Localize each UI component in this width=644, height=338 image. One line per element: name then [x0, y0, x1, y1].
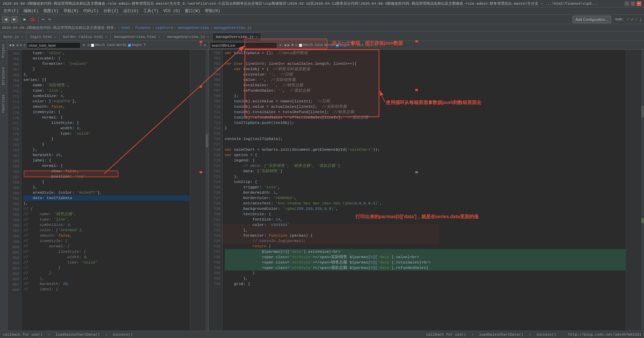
left-search-clear[interactable]: ✕	[82, 43, 86, 47]
menu-nav[interactable]: 导航(N)	[61, 7, 81, 14]
tab-label: border-radius.html	[63, 35, 103, 39]
left-match-case-check[interactable]	[91, 44, 94, 47]
left-panel: Project Structure Favorites	[0, 41, 7, 331]
breadcrumb-finance[interactable]: finance	[135, 26, 151, 30]
redo-icon[interactable]: ↪	[47, 16, 52, 22]
run-icon[interactable]: ▶	[22, 16, 27, 22]
title-bar: 2020-04-08-3期修改前代码-商品管理商品名称以及主图修改-role-a…	[0, 0, 644, 7]
tab-manageoverview-html[interactable]: manageOverview.html ✕	[111, 33, 164, 41]
menu-code[interactable]: 代码(C)	[81, 7, 101, 14]
sidebar-structure[interactable]: Structure	[2, 66, 5, 87]
menu-window[interactable]: 窗口(W)	[183, 7, 202, 14]
svn-label: SVN:	[615, 17, 624, 21]
tab-close-icon[interactable]: ✕	[54, 35, 56, 39]
menu-vcs[interactable]: VCS (G)	[161, 8, 182, 14]
right-search-nav3[interactable]: ▼	[291, 43, 293, 48]
tab-label: manageOverview.html	[114, 35, 156, 39]
add-configuration-button[interactable]: Add Configuration...	[573, 16, 611, 23]
svn-check-icon[interactable]: ✓	[627, 16, 629, 22]
right-regex-check[interactable]	[336, 44, 339, 47]
menu-edit[interactable]: 编辑(E)	[21, 7, 41, 14]
right-search-input[interactable]	[210, 42, 277, 48]
tab-label: manageOverview.js	[167, 35, 205, 39]
breadcrumb-vipstore[interactable]: vipStore	[155, 26, 173, 30]
maximize-button[interactable]: □	[631, 1, 635, 6]
breadcrumb: 2020-04-08-3期修改前代码-商品管理商品名称以及主图修改-财务- › …	[0, 24, 644, 32]
right-match-case: Match Case	[299, 43, 323, 47]
tab-close-icon[interactable]: ✕	[105, 35, 107, 39]
tab-manageoverview-js-1[interactable]: manageOverview.js ✕	[164, 33, 213, 41]
breadcrumb-manageoverview[interactable]: manageOverview	[178, 26, 209, 30]
main-content: Project Structure Favorites ◀ ▶ ⇄ ⊞ ⊟ ✕ …	[0, 41, 644, 331]
search-replace-icon[interactable]: ⇄	[16, 43, 18, 48]
status-url: http://blog.csdn.net/u014h7W63331	[568, 333, 641, 337]
right-help-icon[interactable]: ?	[351, 43, 354, 48]
left-help-icon[interactable]: ?	[143, 43, 146, 48]
right-search-clear[interactable]: ✕	[278, 43, 282, 47]
right-code-content[interactable]: var toolTipData = []; //data循环数组for (var…	[223, 50, 626, 331]
menu-view[interactable]: 视图(V)	[41, 7, 61, 14]
tab-close-icon[interactable]: ✕	[158, 35, 160, 39]
left-filter-icon[interactable]: ≡	[87, 43, 90, 48]
right-search-nav2[interactable]: ▶	[287, 43, 290, 48]
left-status-callback: callback for use()	[3, 333, 43, 337]
right-words: Words	[324, 43, 334, 47]
tab-label: base.js	[3, 35, 19, 39]
debug-icon[interactable]: 🐞	[29, 16, 36, 22]
left-code-area[interactable]: 7647657667677687697707717727737747757767…	[7, 50, 208, 331]
back-button[interactable]: ◀	[2, 16, 9, 23]
undo-icon[interactable]: ↩	[41, 16, 45, 22]
menu-analyze[interactable]: 分析(Z)	[101, 7, 121, 14]
right-search-nav1[interactable]: ◀	[284, 43, 286, 48]
minimize-button[interactable]: ─	[625, 1, 629, 6]
left-search-close[interactable]: ✕	[203, 43, 207, 47]
tab-manageoverview-js-2[interactable]: manageOverview.js ✕	[213, 33, 261, 41]
right-match-case-check[interactable]	[299, 44, 302, 47]
right-status-arrow: ›	[471, 333, 474, 337]
sidebar-project[interactable]: Project	[2, 42, 5, 59]
menu-tools[interactable]: 工具(T)	[141, 7, 161, 14]
editor-tabs: base.js ✕ login.html ✕ border-radius.htm…	[0, 32, 644, 41]
right-regex: Regex	[336, 43, 350, 47]
menu-bar: 文件(F) 编辑(E) 视图(V) 导航(N) 代码(C) 分析(Z) 运行(U…	[0, 7, 644, 15]
menu-help[interactable]: 帮助(H)	[203, 7, 222, 14]
right-line-numbers: 7007017027037047057067077087097107117127…	[209, 50, 223, 331]
svn-icons: ✓ ✔ ↑ ↓	[627, 16, 642, 22]
breadcrumb-html[interactable]: html	[121, 26, 130, 30]
right-code-area[interactable]: 7007017027037047057067077087097107117127…	[209, 50, 644, 331]
tab-base-js[interactable]: base.js ✕	[0, 33, 26, 41]
left-minimap[interactable]	[190, 50, 208, 331]
tab-border-radius[interactable]: border-radius.html ✕	[60, 33, 111, 41]
close-button[interactable]: ✕	[637, 1, 641, 6]
menu-run[interactable]: 运行(U)	[121, 7, 141, 14]
left-regex-check[interactable]	[128, 44, 131, 47]
search-nav-prev[interactable]: ◀	[9, 43, 11, 48]
right-editor: ✕ ◀ ▶ ▼ ≡ Match Case Words Regex	[209, 41, 644, 331]
tab-label: manageOverview.js	[216, 35, 254, 39]
left-line-numbers: 7647657667677687697707717727737747757767…	[7, 50, 21, 331]
tab-close-icon[interactable]: ✕	[21, 35, 23, 39]
left-search-input[interactable]	[27, 42, 80, 48]
sidebar-favorites[interactable]: Favorites	[2, 93, 5, 114]
right-status-result: success()	[536, 333, 556, 337]
tab-close-icon[interactable]: ✕	[207, 35, 209, 39]
right-minimap[interactable]	[626, 50, 644, 331]
status-bar: callback for use() › loadSalesChartData(…	[0, 331, 644, 338]
breadcrumb-manageoverview-js[interactable]: manageOverview.js	[214, 26, 252, 30]
right-status-callback: callback for use()	[426, 333, 466, 337]
svn-update-icon[interactable]: ↑	[635, 17, 638, 22]
one-match-badge: One match	[355, 43, 379, 47]
forward-button[interactable]: ▶	[11, 16, 18, 23]
svn-revert-icon[interactable]: ↓	[639, 17, 642, 22]
tab-close-icon[interactable]: ✕	[256, 35, 258, 39]
left-status-result: success()	[113, 333, 132, 337]
search-all-icon[interactable]: ⊞ ⊟	[20, 43, 25, 47]
search-nav-next[interactable]: ▶	[12, 43, 15, 48]
menu-file[interactable]: 文件(F)	[1, 7, 21, 14]
right-filter-icon[interactable]: ≡	[295, 43, 298, 48]
tab-login-html[interactable]: login.html ✕	[26, 33, 60, 41]
left-regex: Regex	[128, 43, 142, 47]
left-status-arrow2: ›	[105, 333, 107, 337]
svn-commit-icon[interactable]: ✔	[631, 16, 634, 22]
left-code-content[interactable]: type: 'value', axisLabel: { formatter: '…	[21, 50, 190, 331]
